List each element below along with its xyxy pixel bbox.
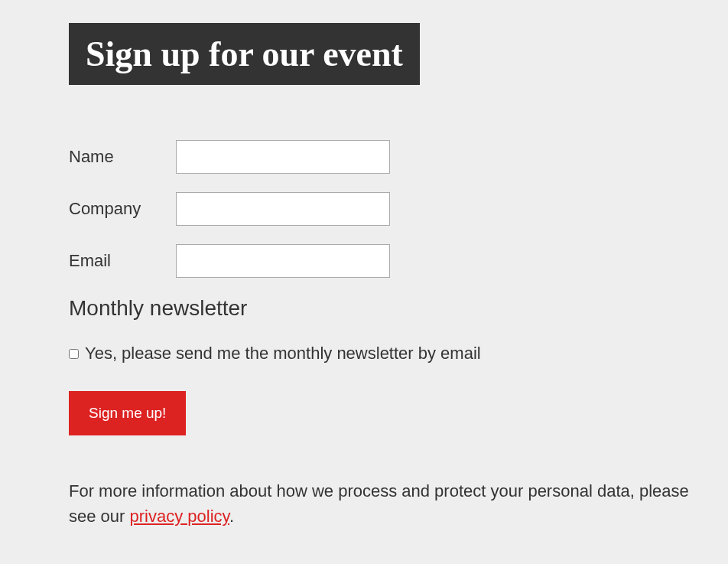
privacy-policy-link[interactable]: privacy policy <box>130 507 229 526</box>
privacy-text-after: . <box>229 507 234 526</box>
email-label: Email <box>69 251 176 271</box>
email-row: Email <box>69 244 728 278</box>
company-input[interactable] <box>176 192 390 226</box>
name-input[interactable] <box>176 140 390 174</box>
newsletter-checkbox[interactable] <box>69 349 79 359</box>
newsletter-heading: Monthly newsletter <box>69 296 728 321</box>
company-label: Company <box>69 199 176 219</box>
page-title: Sign up for our event <box>69 23 420 85</box>
submit-button[interactable]: Sign me up! <box>69 391 186 435</box>
name-row: Name <box>69 140 728 174</box>
email-input[interactable] <box>176 244 390 278</box>
name-label: Name <box>69 147 176 167</box>
newsletter-checkbox-row: Yes, please send me the monthly newslett… <box>69 344 728 364</box>
privacy-footer: For more information about how we proces… <box>69 478 696 529</box>
company-row: Company <box>69 192 728 226</box>
newsletter-checkbox-label: Yes, please send me the monthly newslett… <box>85 344 481 364</box>
